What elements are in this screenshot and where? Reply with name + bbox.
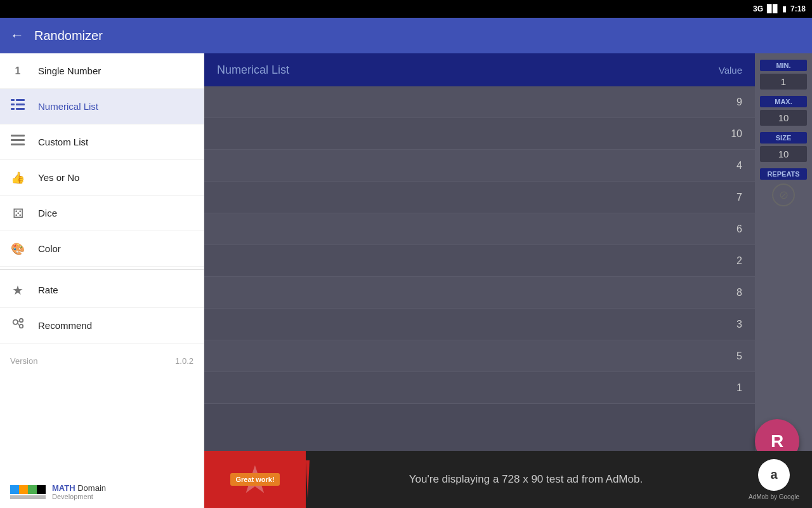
version-label: Version <box>10 356 37 366</box>
sidebar-label-color: Color <box>38 243 61 254</box>
sidebar-label-rate: Rate <box>38 284 58 295</box>
sidebar-divider <box>0 269 204 270</box>
signal-icon: ▊▊ <box>767 4 778 13</box>
footer-title: MATH Domain <box>52 483 106 493</box>
main-layout: 1 Single Number Numerical List <box>0 53 812 508</box>
single-number-icon: 1 <box>10 65 25 77</box>
size-value[interactable]: 10 <box>760 146 807 162</box>
list-row: 7 <box>204 182 755 213</box>
svg-rect-7 <box>11 139 25 141</box>
admob-brand: AdMob by Google <box>749 493 799 500</box>
svg-rect-2 <box>11 104 15 105</box>
ad-right: a AdMob by Google <box>736 459 812 500</box>
list-col-header: Value <box>719 65 742 76</box>
status-bar: 3G ▊▊ ▮ 7:18 <box>0 0 812 18</box>
ad-left: ★ Great work! <box>204 451 306 508</box>
sidebar-item-recommend[interactable]: Recommend <box>0 308 204 344</box>
list-value-5: 6 <box>737 224 742 235</box>
back-button[interactable]: ← <box>10 27 24 44</box>
color-icon: 🎨 <box>10 242 25 256</box>
svg-point-11 <box>20 324 23 328</box>
recommend-icon <box>10 318 25 333</box>
svg-point-9 <box>13 320 18 324</box>
sidebar-item-yes-or-no[interactable]: 👍 Yes or No <box>0 160 204 196</box>
svg-point-10 <box>20 319 23 323</box>
sidebar-label-yes-or-no: Yes or No <box>38 172 79 183</box>
time-display: 7:18 <box>790 4 806 13</box>
min-value[interactable]: 1 <box>760 74 807 90</box>
sidebar-item-custom-list[interactable]: Custom List <box>0 124 204 160</box>
svg-rect-6 <box>11 135 25 137</box>
sidebar-item-color[interactable]: 🎨 Color <box>0 231 204 267</box>
sidebar-item-rate[interactable]: ★ Rate <box>0 272 204 308</box>
app-bar: ← Randomizer <box>0 18 812 53</box>
sidebar-label-numerical-list: Numerical List <box>38 101 98 112</box>
svg-line-12 <box>18 321 20 321</box>
size-label: SIZE <box>760 132 807 144</box>
custom-list-icon <box>10 135 25 149</box>
list-row: 9 <box>204 86 755 118</box>
svg-rect-5 <box>16 108 25 110</box>
color-strip <box>10 485 46 494</box>
list-value-7: 8 <box>737 287 742 298</box>
sidebar: 1 Single Number Numerical List <box>0 53 204 508</box>
list-row: 4 <box>204 150 755 182</box>
sidebar-item-numerical-list[interactable]: Numerical List <box>0 89 204 124</box>
list-row: 3 <box>204 309 755 340</box>
list-row: 1 <box>204 372 755 404</box>
list-value-3: 4 <box>737 160 742 171</box>
list-row: 5 <box>204 340 755 372</box>
footer-subtitle: Development <box>52 493 106 500</box>
app-title: Randomizer <box>34 29 103 43</box>
svg-rect-3 <box>16 104 25 105</box>
ad-banner: ★ Great work! You're displaying a 728 x … <box>204 451 812 508</box>
footer-domain: Domain <box>77 483 106 493</box>
network-indicator: 3G <box>753 4 763 13</box>
list-body: 9 10 4 7 6 2 8 3 5 1 <box>204 86 755 508</box>
content-area: Numerical List Value 9 10 4 7 6 2 8 3 5 … <box>204 53 812 508</box>
numerical-list-icon <box>10 99 25 114</box>
ad-text: You're displaying a 728 x 90 test ad fro… <box>316 473 736 486</box>
sidebar-label-dice: Dice <box>38 208 57 218</box>
rate-icon: ★ <box>10 283 25 298</box>
list-value-2: 10 <box>731 128 742 140</box>
dice-icon: ⚄ <box>10 206 25 221</box>
list-row: 6 <box>204 213 755 245</box>
footer-highlight: MATH <box>52 483 75 493</box>
sidebar-label-custom-list: Custom List <box>38 137 88 147</box>
math-domain-logo <box>10 485 46 499</box>
svg-rect-4 <box>11 108 15 110</box>
list-value-1: 9 <box>737 97 742 108</box>
max-label: MAX. <box>760 96 807 107</box>
sidebar-label-single-number: Single Number <box>38 65 101 76</box>
randomize-icon: R <box>771 431 783 451</box>
sidebar-label-recommend: Recommend <box>38 320 92 331</box>
svg-rect-8 <box>11 144 25 145</box>
list-value-4: 7 <box>737 192 742 203</box>
repeats-label: REPEATS <box>760 168 807 180</box>
list-value-10: 1 <box>737 382 742 394</box>
min-label: MIN. <box>760 60 807 71</box>
list-value-9: 5 <box>737 351 742 362</box>
version-value: 1.0.2 <box>175 356 193 366</box>
list-row: 2 <box>204 245 755 277</box>
battery-icon: ▮ <box>782 4 787 13</box>
list-value-8: 3 <box>737 319 742 330</box>
list-header: Numerical List Value <box>204 53 755 86</box>
list-row: 8 <box>204 277 755 309</box>
sidebar-item-single-number[interactable]: 1 Single Number <box>0 53 204 89</box>
repeats-toggle[interactable]: ⊘ <box>772 184 795 206</box>
list-row: 10 <box>204 118 755 150</box>
version-row: Version 1.0.2 <box>0 349 204 373</box>
svg-rect-1 <box>16 99 25 101</box>
sidebar-footer: MATH Domain Development <box>0 476 204 508</box>
max-value[interactable]: 10 <box>760 110 807 126</box>
footer-text: MATH Domain Development <box>52 483 106 500</box>
list-value-6: 2 <box>737 255 742 267</box>
svg-line-13 <box>18 323 20 326</box>
svg-rect-0 <box>11 99 15 101</box>
yes-or-no-icon: 👍 <box>10 171 25 185</box>
sidebar-item-dice[interactable]: ⚄ Dice <box>0 196 204 231</box>
admob-icon: a <box>758 459 790 491</box>
list-title: Numerical List <box>217 64 289 77</box>
